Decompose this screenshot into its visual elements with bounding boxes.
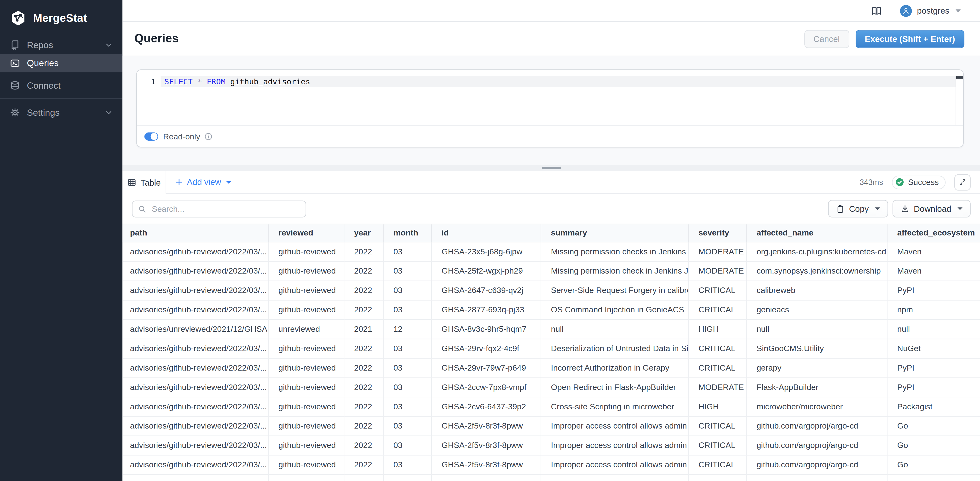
sidebar-item-settings[interactable]: Settings (0, 104, 123, 121)
splitter-drag-handle-icon[interactable] (541, 167, 561, 169)
table-cell: Go (887, 416, 980, 435)
cancel-button[interactable]: Cancel (804, 30, 849, 48)
sidebar-item-repos[interactable]: Repos (0, 36, 123, 54)
docs-book-icon[interactable] (872, 5, 882, 16)
column-header-month[interactable]: month (383, 224, 431, 242)
table-cell: advisories/github-reviewed/2022/03/... (123, 261, 268, 281)
editor-scroll-gutter-line (956, 76, 956, 125)
column-header-summary[interactable]: summary (541, 224, 688, 242)
tab-table[interactable]: Table (123, 171, 166, 194)
user-menu-caret-icon[interactable] (956, 9, 961, 12)
search-box[interactable] (132, 200, 306, 217)
toolbar-right-region: Add view 343ms Success (166, 171, 980, 194)
add-view-label: Add view (187, 178, 221, 187)
table-cell: 03 (383, 300, 431, 319)
results-table-container[interactable]: pathreviewedyearmonthidsummaryseverityaf… (123, 224, 980, 481)
table-cell: HIGH (688, 319, 746, 339)
table-cell: 03 (383, 261, 431, 281)
add-view-button[interactable]: Add view (175, 178, 231, 187)
sidebar-divider (0, 98, 123, 99)
download-button[interactable]: Download (892, 200, 970, 217)
table-cell: GHSA-23x5-j68g-6jpw (431, 242, 541, 261)
sidebar-item-connect[interactable]: Connect (0, 77, 123, 94)
table-cell: github.com/argoproj/argo-cd (746, 455, 887, 474)
table-row[interactable]: advisories/github-reviewed/2022/03/...gi… (123, 397, 980, 416)
table-cell: 03 (383, 474, 431, 481)
column-header-affected_name[interactable]: affected_name (746, 224, 887, 242)
table-cell: com.synopsys.jenkinsci:ownership (746, 261, 887, 281)
table-cell: 2022 (344, 416, 383, 435)
code-area[interactable]: 1 SELECT * FROM github_advisories (137, 70, 963, 125)
column-header-year[interactable]: year (344, 224, 383, 242)
readonly-label: Read-only (163, 132, 200, 141)
table-row[interactable]: advisories/github-reviewed/2022/03/...gi… (123, 377, 980, 397)
table-cell: org.jenkins-ci.plugins:kubernetes-cd (746, 242, 887, 261)
table-cell: github-reviewed (268, 416, 344, 435)
table-cell: Improper access control allows admin ... (541, 474, 688, 481)
table-cell: advisories/github-reviewed/2022/03/... (123, 435, 268, 455)
table-row[interactable]: advisories/github-reviewed/2022/03/...gi… (123, 261, 980, 281)
table-row[interactable]: advisories/github-reviewed/2022/03/...gi… (123, 242, 980, 261)
table-cell: GHSA-2647-c639-qv2j (431, 281, 541, 300)
table-row[interactable]: advisories/github-reviewed/2022/03/...gi… (123, 455, 980, 474)
search-input[interactable] (151, 203, 300, 214)
code-line[interactable]: SELECT * FROM github_advisories (164, 76, 310, 87)
table-cell: GHSA-8v3c-9hr5-hqm7 (431, 319, 541, 339)
table-row[interactable]: advisories/github-reviewed/2022/03/...gi… (123, 339, 980, 358)
table-cell: GHSA-2cv6-6437-39p2 (431, 397, 541, 416)
column-header-reviewed[interactable]: reviewed (268, 224, 344, 242)
brand-logo[interactable]: MergeStat (0, 0, 123, 28)
table-cell: CRITICAL (688, 339, 746, 358)
download-caret-icon (958, 208, 963, 210)
table-cell: 03 (383, 397, 431, 416)
table-cell: Missing permission check in Jenkins Jo..… (541, 261, 688, 281)
current-user-label[interactable]: postgres (917, 6, 949, 15)
table-row[interactable]: advisories/github-reviewed/2022/03/...gi… (123, 474, 980, 481)
execute-button[interactable]: Execute (Shift + Enter) (855, 30, 964, 48)
table-cell: 2022 (344, 455, 383, 474)
table-cell: github.com/argoproj/argo-cd (746, 435, 887, 455)
copy-button[interactable]: Copy (828, 200, 888, 217)
sql-editor[interactable]: 1 SELECT * FROM github_advisories Read-o… (136, 70, 964, 148)
table-cell: 2021 (344, 319, 383, 339)
info-icon[interactable] (205, 132, 213, 141)
column-header-affected_ecosystem[interactable]: affected_ecosystem (887, 224, 980, 242)
status-text: Success (908, 178, 939, 187)
readonly-toggle[interactable] (145, 132, 158, 141)
table-cell: advisories/github-reviewed/2022/03/... (123, 455, 268, 474)
table-cell: 2022 (344, 474, 383, 481)
status-badge: Success (892, 175, 946, 189)
table-cell: unreviewed (268, 319, 344, 339)
sidebar-nav: Repos Queries (0, 36, 123, 121)
table-row[interactable]: advisories/github-reviewed/2022/03/...gi… (123, 358, 980, 378)
column-header-id[interactable]: id (431, 224, 541, 242)
table-cell: github-reviewed (268, 300, 344, 319)
sidebar: MergeStat Repos (0, 0, 123, 481)
table-row[interactable]: advisories/unreviewed/2021/12/GHSA...unr… (123, 319, 980, 339)
table-row[interactable]: advisories/github-reviewed/2022/03/...gi… (123, 281, 980, 300)
table-cell: 03 (383, 416, 431, 435)
user-avatar[interactable] (900, 5, 912, 17)
table-cell: Flask-AppBuilder (746, 377, 887, 397)
table-cell: calibreweb (746, 281, 887, 300)
table-cell: advisories/github-reviewed/2022/03/... (123, 281, 268, 300)
table-row[interactable]: advisories/github-reviewed/2022/03/...gi… (123, 435, 980, 455)
sidebar-item-queries[interactable]: Queries (0, 54, 123, 72)
column-header-severity[interactable]: severity (688, 224, 746, 242)
table-cell: github.com/argoproj/argo-cd (746, 474, 887, 481)
table-row[interactable]: advisories/github-reviewed/2022/03/...gi… (123, 300, 980, 319)
search-icon (138, 205, 146, 213)
table-cell: npm (887, 300, 980, 319)
check-circle-icon (895, 178, 904, 187)
table-cell: CRITICAL (688, 300, 746, 319)
table-header: pathreviewedyearmonthidsummaryseverityaf… (123, 224, 980, 242)
table-cell: null (887, 319, 980, 339)
table-cell: Improper access control allows admin ... (541, 455, 688, 474)
table-row[interactable]: advisories/github-reviewed/2022/03/...gi… (123, 416, 980, 435)
editor-scrollbar-thumb[interactable] (956, 76, 963, 79)
table-cell: GHSA-29rv-fqx2-4c9f (431, 339, 541, 358)
column-header-path[interactable]: path (123, 224, 268, 242)
expand-results-button[interactable] (955, 174, 970, 190)
table-cell: Missing permission checks in Jenkins k..… (541, 242, 688, 261)
table-cell: HIGH (688, 397, 746, 416)
